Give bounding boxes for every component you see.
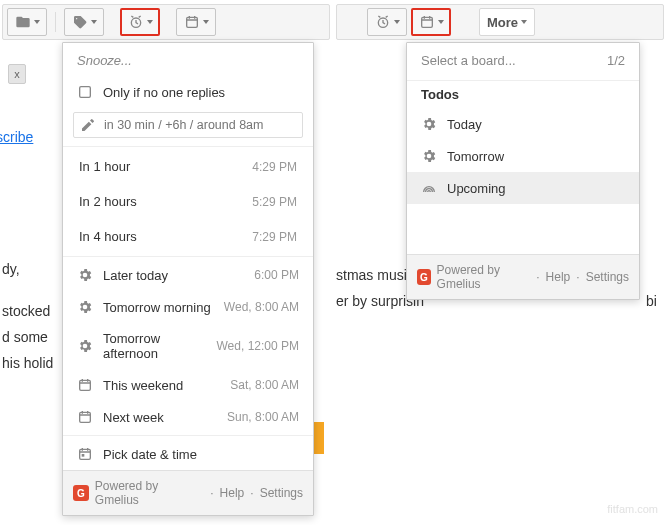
- bg-r-l2b: bi: [646, 288, 657, 314]
- svg-rect-5: [80, 449, 91, 459]
- footer-sep: ·: [576, 270, 579, 284]
- calendar-icon: [77, 377, 93, 393]
- row-label: Tomorrow afternoon: [103, 331, 207, 361]
- folder-icon: [15, 14, 31, 30]
- only-if-row[interactable]: Only if no one replies: [63, 76, 313, 108]
- bg-l1: dy,: [2, 256, 20, 282]
- alarm-icon: [128, 14, 144, 30]
- orange-peek: [314, 422, 324, 454]
- gear-icon: [77, 267, 93, 283]
- row-time: 4:29 PM: [252, 160, 297, 174]
- row-label: Tomorrow morning: [103, 300, 214, 315]
- board-item-label: Today: [447, 117, 625, 132]
- rainbow-icon: [421, 180, 437, 196]
- tag-icon: [72, 14, 88, 30]
- footer-sep: ·: [250, 486, 253, 500]
- row-label: In 2 hours: [79, 194, 242, 209]
- watermark: fitfam.com: [607, 503, 658, 515]
- footer-powered: Powered by Gmelius: [95, 479, 204, 507]
- row-label: In 1 hour: [79, 159, 242, 174]
- row-time: Wed, 12:00 PM: [217, 339, 300, 353]
- row-label: Next week: [103, 410, 217, 425]
- row-time: 6:00 PM: [254, 268, 299, 282]
- svg-rect-8: [421, 17, 432, 27]
- folder-button[interactable]: [7, 8, 47, 36]
- pick-date-row[interactable]: Pick date & time: [63, 438, 313, 470]
- board-item-label: Tomorrow: [447, 149, 625, 164]
- more-label: More: [487, 15, 518, 30]
- row-time: 5:29 PM: [252, 195, 297, 209]
- calendar-icon: [419, 14, 435, 30]
- calendar-pick-icon: [77, 446, 93, 462]
- row-label: This weekend: [103, 378, 220, 393]
- footer-powered: Powered by Gmelius: [437, 263, 531, 291]
- board-menu: Select a board... 1/2 Todos Today Tomorr…: [406, 42, 640, 300]
- left-panel: x scribe dy, stocked d some his holid Sn…: [2, 4, 330, 40]
- tag-button[interactable]: [64, 8, 104, 36]
- gmelius-badge-icon: G: [73, 485, 89, 501]
- pencil-icon: [80, 117, 96, 133]
- row-later-today[interactable]: Later today 6:00 PM: [63, 259, 313, 291]
- board-item-label: Upcoming: [447, 181, 625, 196]
- svg-rect-1: [186, 17, 197, 27]
- row-next-week[interactable]: Next week Sun, 8:00 AM: [63, 401, 313, 433]
- calendar-icon: [184, 14, 200, 30]
- board-today[interactable]: Today: [407, 108, 639, 140]
- row-time: 7:29 PM: [252, 230, 297, 244]
- svg-rect-4: [80, 412, 91, 422]
- board-select-label: Select a board...: [421, 53, 516, 68]
- calendar-icon: [77, 409, 93, 425]
- alarm-icon: [375, 14, 391, 30]
- footer-help[interactable]: Help: [546, 270, 571, 284]
- row-label: In 4 hours: [79, 229, 242, 244]
- gmelius-badge-icon: G: [417, 269, 431, 285]
- footer-sep: ·: [536, 270, 539, 284]
- custom-snooze-input[interactable]: [102, 117, 296, 133]
- snooze-button[interactable]: [120, 8, 160, 36]
- row-4h[interactable]: In 4 hours 7:29 PM: [63, 219, 313, 254]
- board-upcoming[interactable]: Upcoming: [407, 172, 639, 204]
- chip-x[interactable]: x: [8, 64, 26, 84]
- calendar-button-2[interactable]: [411, 8, 451, 36]
- gear-icon: [77, 338, 93, 354]
- toolbar-left: [2, 4, 330, 40]
- bg-r-l1: stmas music: [336, 262, 414, 288]
- bg-subscribe: scribe: [0, 124, 33, 150]
- toolbar-right: More: [336, 4, 664, 40]
- bg-l2: stocked: [2, 298, 50, 324]
- custom-snooze-input-row[interactable]: [73, 112, 303, 138]
- footer-help[interactable]: Help: [220, 486, 245, 500]
- row-label: Later today: [103, 268, 244, 283]
- svg-rect-2: [80, 87, 91, 98]
- row-time: Wed, 8:00 AM: [224, 300, 299, 314]
- row-time: Sun, 8:00 AM: [227, 410, 299, 424]
- svg-rect-3: [80, 380, 91, 390]
- snooze-button-2[interactable]: [367, 8, 407, 36]
- menu-footer-2: G Powered by Gmelius · Help · Settings: [407, 254, 639, 299]
- board-group-title: Todos: [407, 83, 639, 108]
- row-2h[interactable]: In 2 hours 5:29 PM: [63, 184, 313, 219]
- bg-l4: his holid: [2, 350, 53, 376]
- right-panel: More stmas music er by surprisin bi Sele…: [336, 4, 664, 40]
- only-if-label: Only if no one replies: [103, 85, 299, 100]
- row-weekend[interactable]: This weekend Sat, 8:00 AM: [63, 369, 313, 401]
- board-header: Select a board... 1/2: [407, 43, 639, 78]
- menu-footer: G Powered by Gmelius · Help · Settings: [63, 470, 313, 515]
- snooze-title: Snooze...: [63, 43, 313, 76]
- gear-icon: [421, 116, 437, 132]
- bg-l3: d some: [2, 324, 48, 350]
- footer-settings[interactable]: Settings: [586, 270, 629, 284]
- footer-sep: ·: [210, 486, 213, 500]
- more-button[interactable]: More: [479, 8, 535, 36]
- svg-rect-6: [82, 454, 85, 457]
- row-1h[interactable]: In 1 hour 4:29 PM: [63, 149, 313, 184]
- row-time: Sat, 8:00 AM: [230, 378, 299, 392]
- row-tomorrow-morning[interactable]: Tomorrow morning Wed, 8:00 AM: [63, 291, 313, 323]
- pick-date-label: Pick date & time: [103, 447, 299, 462]
- calendar-button[interactable]: [176, 8, 216, 36]
- checkbox-icon: [77, 84, 93, 100]
- row-tomorrow-afternoon[interactable]: Tomorrow afternoon Wed, 12:00 PM: [63, 323, 313, 369]
- board-page: 1/2: [607, 53, 625, 68]
- footer-settings[interactable]: Settings: [260, 486, 303, 500]
- board-tomorrow[interactable]: Tomorrow: [407, 140, 639, 172]
